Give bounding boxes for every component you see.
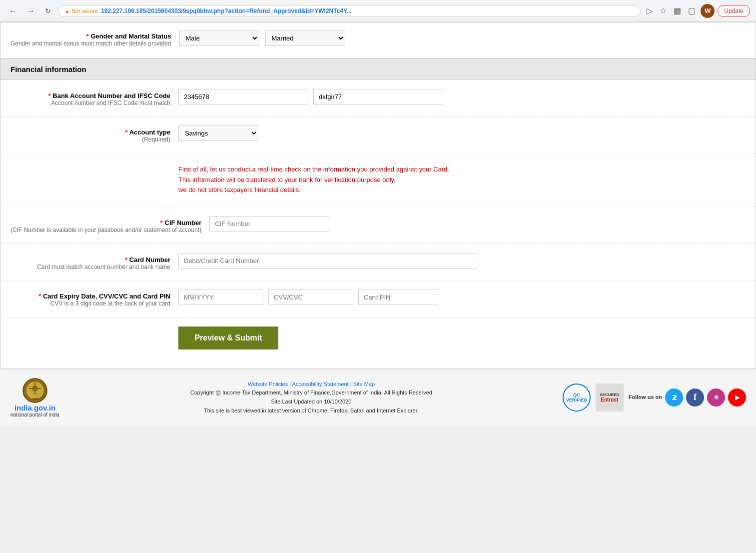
account-type-label: * Account type (Required) [10, 126, 170, 144]
footer: सत्यमेव india.gov.in national portal of … [0, 369, 756, 426]
cif-number-main-label: * CIF Number [10, 219, 201, 226]
footer-browsers: This site is best viewed in latest versi… [70, 406, 553, 416]
submit-label-spacer [10, 326, 170, 330]
entrust-badge: SECUREDEntrust [596, 384, 624, 412]
marital-status-select[interactable]: Married Single Divorced Widowed [265, 30, 345, 46]
gender-label-main: * Gender and Marital Status [10, 32, 171, 40]
card-number-input[interactable] [178, 253, 478, 268]
account-type-main-label: * Account type [10, 128, 170, 136]
follow-label: Follow us on [629, 394, 662, 400]
card-expiry-sub-label: CVV is a 3 digit code at the back of you… [10, 300, 170, 308]
account-type-controls: Savings Current NRI [178, 126, 746, 141]
account-number-input[interactable] [178, 89, 308, 104]
browser-chrome: ← → ↻ ▲ Not secure 192.227.196.185/20156… [0, 0, 756, 22]
address-bar[interactable]: ▲ Not secure 192.227.196.185/2015604303/… [58, 5, 641, 17]
card-expiry-input[interactable] [178, 290, 263, 305]
svg-point-2 [32, 386, 38, 392]
bank-account-controls [178, 89, 746, 104]
svg-text:सत्यमेव: सत्यमेव [31, 398, 39, 400]
bookmark-icon[interactable]: ☆ [658, 4, 669, 18]
bank-account-sub-label: Account number and IFSC Code must match [10, 100, 170, 108]
url-display: 192.227.196.185/2015604303/9spq0bhw.php?… [101, 8, 352, 14]
card-expiry-row: * Card Expiry Date, CVV/CVC and Card PIN… [0, 280, 756, 318]
account-type-row: * Account type (Required) Savings Curren… [0, 116, 756, 154]
footer-logo-sub: national portal of india [10, 412, 59, 418]
footer-text: Website Policies | Accessibility Stateme… [70, 380, 553, 415]
cif-number-controls [209, 216, 746, 232]
footer-updated: Site Last Updated on 10/10/2020 [70, 398, 553, 406]
gender-controls: Male Female Other Married Single Divorce… [179, 30, 746, 46]
page-container: * Gender and Marital Status Gender and m… [0, 22, 756, 369]
toolbar-icons: ▷ ☆ ▦ ▢ W Update [645, 4, 750, 18]
card-number-main-label: * Card Number [10, 256, 170, 264]
bank-account-row: * Bank Account Number and IFSC Code Acco… [0, 80, 756, 117]
back-button[interactable]: ← [6, 4, 20, 18]
info-label-spacer [10, 162, 170, 166]
bank-account-label: * Bank Account Number and IFSC Code Acco… [10, 89, 170, 108]
account-type-select[interactable]: Savings Current NRI [178, 126, 258, 141]
bank-account-main-label: * Bank Account Number and IFSC Code [10, 92, 170, 100]
info-message-area: First of all, let us conduct a real-time… [178, 162, 746, 198]
card-expiry-main-label: * Card Expiry Date, CVV/CVC and Card PIN [10, 292, 170, 300]
gender-form-row: * Gender and Marital Status Gender and m… [10, 30, 746, 48]
card-number-sub-label: Card must match account number and bank … [10, 264, 170, 272]
footer-logo: सत्यमेव india.gov.in national portal of … [10, 378, 60, 418]
card-number-row: * Card Number Card must match account nu… [0, 244, 756, 281]
tab-icon[interactable]: ▢ [686, 4, 698, 18]
gender-section: * Gender and Marital Status Gender and m… [0, 22, 756, 58]
gender-select[interactable]: Male Female Other [179, 30, 259, 46]
info-message-row: First of all, let us conduct a real-time… [0, 154, 756, 207]
financial-section-header: Financial information [0, 58, 756, 80]
gender-label-area: * Gender and Marital Status Gender and m… [10, 30, 171, 48]
twitter-icon[interactable]: 𝕫 [665, 388, 683, 406]
india-emblem-icon: सत्यमेव [22, 378, 48, 404]
info-message-text: First of all, let us conduct a real-time… [178, 162, 449, 198]
facebook-icon[interactable]: f [686, 388, 704, 406]
gender-label-sub: Gender and marital status must match oth… [10, 40, 171, 48]
footer-logo-text: india.gov.in [14, 404, 55, 412]
required-star: * [86, 32, 89, 40]
card-number-label: * Card Number Card must match account nu… [10, 253, 170, 272]
share-icon[interactable]: ▷ [645, 4, 655, 18]
reload-button[interactable]: ↻ [42, 5, 54, 17]
social-area: Follow us on 𝕫 f ☀ ▶ [629, 388, 746, 406]
card-pin-input[interactable] [358, 290, 438, 305]
forward-button[interactable]: → [24, 4, 38, 18]
cvv-input[interactable] [268, 290, 353, 305]
card-number-controls [178, 253, 746, 268]
cif-number-label: * CIF Number (CIF Number is available in… [10, 216, 201, 234]
financial-section: * Bank Account Number and IFSC Code Acco… [0, 80, 756, 368]
ifsc-code-input[interactable] [313, 89, 443, 104]
qc-verified-badge: QCVERIFIED [563, 384, 591, 412]
card-expiry-controls [178, 290, 746, 305]
cif-number-sub-label: (CIF Number is available in your passboo… [10, 226, 201, 234]
submit-row: Preview & Submit [0, 318, 756, 358]
cif-number-input[interactable] [209, 216, 329, 232]
preview-submit-button[interactable]: Preview & Submit [178, 326, 278, 350]
footer-right: QCVERIFIED SECUREDEntrust Follow us on 𝕫… [563, 384, 746, 412]
profile-avatar[interactable]: W [701, 4, 715, 18]
update-button[interactable]: Update [718, 5, 750, 17]
security-warning: ▲ Not secure [64, 8, 98, 14]
card-expiry-label: * Card Expiry Date, CVV/CVC and Card PIN… [10, 290, 170, 308]
cif-number-row: * CIF Number (CIF Number is available in… [0, 207, 756, 244]
account-type-sub-label: (Required) [10, 136, 170, 144]
youtube-icon[interactable]: ▶ [728, 388, 746, 406]
instagram-icon[interactable]: ☀ [707, 388, 725, 406]
footer-links[interactable]: Website Policies | Accessibility Stateme… [70, 380, 553, 389]
submit-controls: Preview & Submit [178, 326, 746, 350]
footer-copyright: Copyright @ Income Tax Department, Minis… [70, 388, 553, 398]
extensions-icon[interactable]: ▦ [672, 4, 683, 18]
